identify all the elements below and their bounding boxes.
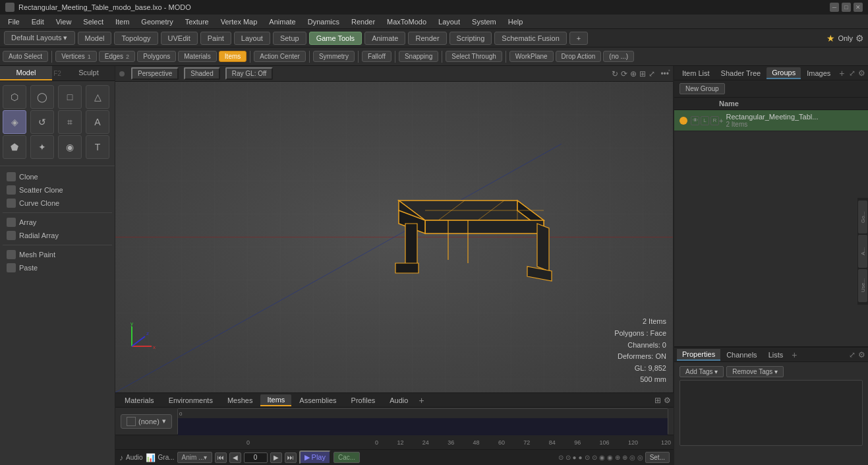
layout-model[interactable]: Model — [78, 32, 112, 45]
tool-scatter-clone[interactable]: Scatter Clone — [3, 183, 112, 197]
table-row[interactable]: 👁 L R + Rectangular_Meeting_Tabl... 2 It… — [674, 110, 868, 131]
frame-field[interactable] — [244, 452, 268, 463]
tool-radial-array[interactable]: Radial Array — [3, 229, 112, 242]
items-button[interactable]: Items — [219, 51, 246, 62]
eye-icon[interactable]: 👁 — [691, 116, 699, 125]
tool-paste[interactable]: Paste — [3, 261, 112, 274]
drop-action-button[interactable]: Drop Action — [556, 51, 602, 62]
tool-sphere[interactable]: ◯ — [30, 85, 54, 109]
transport-icon-1[interactable]: ⊙ — [558, 454, 564, 461]
transport-icon-5[interactable]: ⊙ — [585, 454, 590, 461]
btab-materials[interactable]: Materials — [118, 395, 161, 406]
side-tab-a[interactable]: A... — [858, 235, 867, 268]
menu-view[interactable]: View — [51, 16, 77, 27]
transport-icon-3[interactable]: ● — [573, 454, 577, 461]
new-group-button[interactable]: New Group — [680, 83, 725, 94]
settings-button[interactable]: Set... — [645, 452, 670, 463]
refresh-icon[interactable]: ⟳ — [621, 69, 627, 78]
snapping-button[interactable]: Snapping — [399, 51, 438, 62]
shading-button[interactable]: Shaded — [184, 67, 219, 80]
btab-profiles[interactable]: Profiles — [345, 395, 382, 406]
select-through-button[interactable]: Select Through — [446, 51, 502, 62]
none-selector[interactable]: (none) ▾ — [121, 414, 172, 429]
timeline-playhead[interactable] — [178, 418, 668, 435]
tool-type[interactable]: T — [86, 135, 109, 159]
layout-setup[interactable]: Setup — [273, 32, 306, 45]
add-tags-button[interactable]: Add Tags ▾ — [680, 366, 724, 377]
tool-mesh-paint[interactable]: Mesh Paint — [3, 248, 112, 261]
workplane-button[interactable]: WorkPlane — [509, 51, 554, 62]
right-gear-icon[interactable]: ⚙ — [858, 69, 865, 78]
layout-game-tools[interactable]: Game Tools — [309, 32, 362, 45]
tool-scale[interactable]: ⌗ — [58, 110, 82, 134]
tool-shape[interactable]: ⬟ — [3, 135, 26, 159]
edges-button[interactable]: Edges2 — [99, 51, 135, 62]
remove-tags-button[interactable]: Remove Tags ▾ — [726, 366, 784, 377]
rtab-groups[interactable]: Groups — [767, 67, 801, 79]
ptab-lists[interactable]: Lists — [763, 350, 789, 360]
bottom-gear-icon[interactable]: ⚙ — [664, 396, 671, 405]
tool-curve-clone[interactable]: Curve Clone — [3, 197, 112, 210]
materials-button[interactable]: Materials — [178, 51, 217, 62]
layout-add[interactable]: + — [569, 32, 588, 45]
layout-topology[interactable]: Topology — [114, 32, 158, 45]
rtab-images[interactable]: Images — [801, 68, 836, 78]
rtab-add[interactable]: + — [836, 68, 847, 78]
expand-icon[interactable]: + — [719, 117, 723, 125]
layout-schematic[interactable]: Schematic Fusion — [494, 32, 566, 45]
no-label-button[interactable]: (no ...) — [603, 51, 634, 62]
side-tab-use[interactable]: Use... — [858, 269, 867, 302]
action-center-button[interactable]: Action Center — [254, 51, 306, 62]
render-icon[interactable]: R — [710, 116, 719, 125]
transport-icon-4[interactable]: ● — [579, 454, 583, 461]
menu-system[interactable]: System — [467, 16, 502, 27]
transport-icon-12[interactable]: ◎ — [637, 454, 643, 461]
cache-button[interactable]: Cac... — [333, 452, 360, 463]
menu-select[interactable]: Select — [78, 16, 109, 27]
tab-sculpt[interactable]: Sculpt — [63, 66, 115, 80]
btab-add[interactable]: + — [416, 395, 426, 406]
play-button[interactable]: ▶ Play — [299, 450, 331, 464]
tab-model[interactable]: Model — [0, 66, 52, 80]
transport-icon-9[interactable]: ⊕ — [615, 454, 620, 461]
audio-icon[interactable]: ♪ — [119, 453, 123, 462]
vertices-button[interactable]: Vertices1 — [55, 51, 97, 62]
rotate-icon[interactable]: ↻ — [612, 69, 618, 78]
prev-key-button[interactable]: ⏮ — [215, 452, 227, 463]
layout-paint[interactable]: Paint — [200, 32, 231, 45]
ptab-properties[interactable]: Properties — [677, 349, 720, 361]
ptab-add[interactable]: + — [789, 350, 799, 360]
bottom-expand-icon[interactable]: ⊞ — [654, 396, 661, 405]
menu-maxtomodo[interactable]: MaxToModo — [382, 16, 432, 27]
tool-text[interactable]: A — [86, 110, 109, 134]
ptab-channels[interactable]: Channels — [721, 350, 762, 360]
layout-uvedit[interactable]: UVEdit — [161, 32, 198, 45]
next-key-button[interactable]: ⏭ — [285, 452, 297, 463]
btab-environments[interactable]: Environments — [162, 395, 219, 406]
btab-items[interactable]: Items — [260, 394, 291, 406]
lock-icon[interactable]: L — [701, 116, 709, 125]
rtab-item-list[interactable]: Item List — [677, 68, 715, 78]
maximize-button[interactable]: □ — [842, 3, 851, 12]
transport-icon-10[interactable]: ⊕ — [622, 454, 627, 461]
right-expand-icon[interactable]: ⤢ — [849, 69, 855, 78]
auto-select-button[interactable]: Auto Select — [3, 51, 48, 62]
gear-icon[interactable]: ⚙ — [855, 33, 864, 44]
tool-plane[interactable]: □ — [58, 85, 82, 109]
props-gear-icon[interactable]: ⚙ — [858, 350, 865, 359]
minimize-button[interactable]: ─ — [830, 3, 839, 12]
layout-animate[interactable]: Animate — [364, 32, 405, 45]
transport-icon-2[interactable]: ⊙ — [565, 454, 571, 461]
menu-dynamics[interactable]: Dynamics — [303, 16, 345, 27]
zoom-icon[interactable]: ⊕ — [630, 69, 637, 78]
tool-circle[interactable]: ◉ — [58, 135, 82, 159]
menu-file[interactable]: File — [3, 16, 25, 27]
tool-clone[interactable]: Clone — [3, 170, 112, 183]
props-expand-icon[interactable]: ⤢ — [849, 350, 855, 359]
menu-layout[interactable]: Layout — [433, 16, 465, 27]
tool-array[interactable]: Array — [3, 216, 112, 229]
tool-move[interactable]: ◈ — [3, 110, 26, 134]
btab-meshes[interactable]: Meshes — [221, 395, 260, 406]
transport-icon-11[interactable]: ◎ — [629, 454, 635, 461]
prev-frame-button[interactable]: ◀ — [229, 452, 241, 463]
